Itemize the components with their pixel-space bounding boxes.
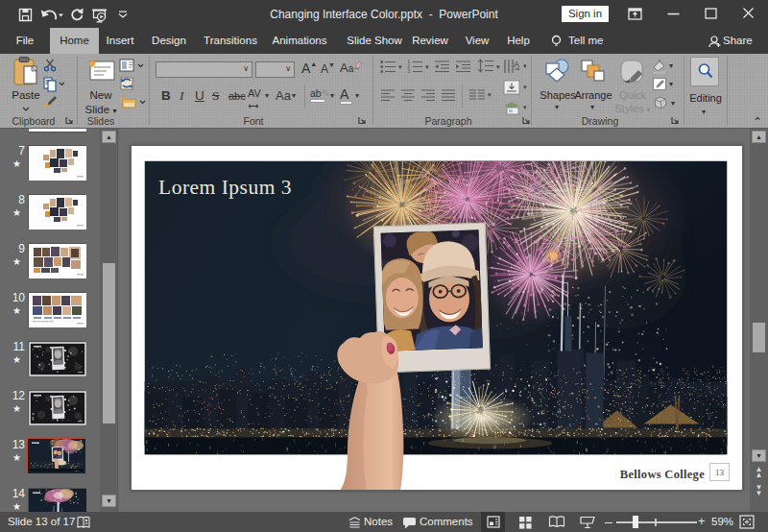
svg-text:Lorem Ipsum 3: Lorem Ipsum 3 xyxy=(158,176,292,199)
svg-text:13: 13 xyxy=(715,468,725,477)
svg-text:Bellows College: Bellows College xyxy=(620,468,705,481)
svg-text:B.C.: B.C. xyxy=(75,469,80,472)
svg-text:3: 3 xyxy=(408,69,411,74)
